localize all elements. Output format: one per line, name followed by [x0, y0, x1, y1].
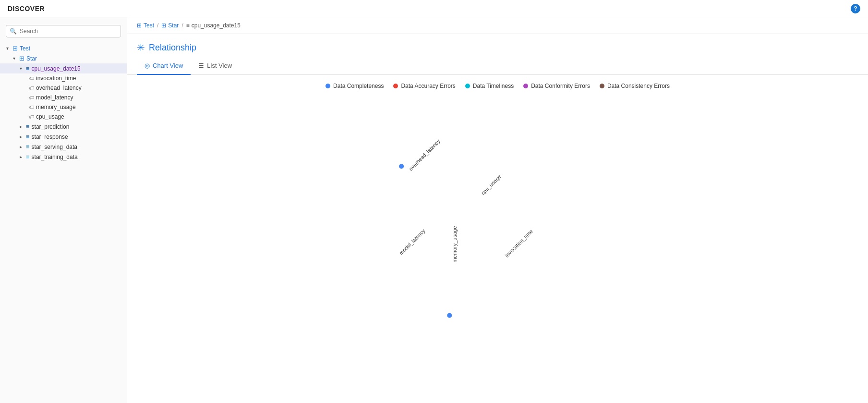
- node-label-model-latency: model_latency: [398, 228, 426, 256]
- node-dot-overhead-latency: [399, 164, 404, 169]
- app-header: DISCOVER ?: [0, 0, 868, 17]
- table-icon: ⊞: [19, 55, 24, 62]
- layers-icon: ≡: [26, 133, 30, 140]
- legend-dot: [465, 84, 470, 88]
- sidebar-item-memory-usage[interactable]: 🏷 memory_usage: [0, 102, 127, 112]
- node-label-overhead-latency: overhead_latency: [408, 138, 441, 171]
- sidebar-item-star-serving-data[interactable]: ▸ ≡ star_serving_data: [0, 142, 127, 152]
- sidebar-item-label: cpu_usage: [36, 113, 64, 120]
- tab-list-label: List View: [207, 62, 232, 69]
- layers-icon: ≡: [26, 65, 30, 72]
- search-icon: 🔍: [10, 28, 17, 35]
- main-layout: 🔍 ▾ ⊞ Test ▾ ⊞ Star ▾ ≡ cpu_usage_date15…: [0, 17, 868, 403]
- layers-icon: ≡: [26, 153, 30, 160]
- legend-dot: [393, 84, 398, 88]
- chevron-down-icon: ▾: [17, 65, 24, 72]
- tag-icon: 🏷: [29, 75, 34, 81]
- legend-label: Data Completeness: [333, 83, 384, 89]
- node-label-memory-usage: memory_usage: [452, 226, 458, 263]
- legend-label: Data Consistency Errors: [607, 83, 670, 89]
- sidebar-item-star[interactable]: ▾ ⊞ Star: [0, 53, 127, 63]
- breadcrumb-current-label: cpu_usage_date15: [192, 22, 241, 29]
- chevron-down-icon: ▾: [4, 45, 11, 52]
- list-icon: ☰: [198, 62, 204, 69]
- legend-data-timeliness: Data Timeliness: [465, 83, 514, 89]
- breadcrumb: ⊞ Test / ⊞ Star / ≡ cpu_usage_date15: [127, 17, 868, 34]
- relationship-title: Relationship: [149, 43, 196, 53]
- relationship-header: ✳ Relationship: [127, 34, 868, 57]
- legend-label: Data Timeliness: [473, 83, 514, 89]
- sidebar-item-invocation-time[interactable]: 🏷 invocation_time: [0, 73, 127, 83]
- search-wrapper: 🔍: [6, 25, 121, 37]
- tabs-bar: ◎ Chart View ☰ List View: [127, 57, 868, 75]
- tab-chart-label: Chart View: [153, 62, 183, 69]
- layers-icon: ≡: [26, 123, 30, 130]
- sidebar-item-label: star_prediction: [32, 123, 70, 130]
- sidebar-item-cpu-usage[interactable]: 🏷 cpu_usage: [0, 112, 127, 122]
- sidebar-item-label: overhead_latency: [36, 85, 82, 91]
- sidebar-item-test[interactable]: ▾ ⊞ Test: [0, 43, 127, 53]
- node-label-cpu-usage: cpu_usage: [480, 173, 502, 196]
- legend-label: Data Accuracy Errors: [401, 83, 455, 89]
- sidebar-item-label: Star: [26, 55, 37, 62]
- sidebar-item-star-response[interactable]: ▸ ≡ star_response: [0, 132, 127, 142]
- sidebar-item-label: star_serving_data: [32, 144, 77, 150]
- breadcrumb-separator: /: [181, 22, 183, 29]
- tab-list-view[interactable]: ☰ List View: [191, 57, 240, 75]
- sidebar-item-label: memory_usage: [36, 104, 76, 110]
- sidebar-item-label: star_training_data: [32, 154, 78, 160]
- layers-icon: ≡: [26, 143, 30, 150]
- app-title: DISCOVER: [8, 5, 45, 12]
- breadcrumb-current: ≡ cpu_usage_date15: [186, 22, 241, 29]
- sidebar-item-label: model_latency: [36, 94, 73, 101]
- chart-legend: Data Completeness Data Accuracy Errors D…: [127, 75, 868, 93]
- sidebar-item-star-training-data[interactable]: ▸ ≡ star_training_data: [0, 152, 127, 162]
- chevron-right-icon: ▸: [17, 134, 24, 140]
- sidebar-item-label: cpu_usage_date15: [32, 65, 81, 72]
- help-button[interactable]: ?: [851, 4, 860, 13]
- chart-icon: ◎: [145, 62, 150, 69]
- search-input[interactable]: [6, 25, 121, 37]
- table-icon: ⊞: [137, 22, 142, 29]
- legend-data-accuracy-errors: Data Accuracy Errors: [393, 83, 455, 89]
- chevron-right-icon: ▸: [17, 123, 24, 130]
- sidebar: 🔍 ▾ ⊞ Test ▾ ⊞ Star ▾ ≡ cpu_usage_date15…: [0, 17, 127, 403]
- node-dot-memory-usage: [447, 313, 452, 318]
- sidebar-item-overhead-latency[interactable]: 🏷 overhead_latency: [0, 83, 127, 93]
- table-icon: ⊞: [161, 22, 166, 29]
- tag-icon: 🏷: [29, 95, 34, 100]
- chevron-right-icon: ▸: [17, 144, 24, 150]
- chevron-down-icon: ▾: [11, 55, 17, 62]
- node-label-invocation-time: invocation_time: [504, 228, 534, 258]
- asterisk-icon: ✳: [137, 42, 145, 53]
- breadcrumb-separator: /: [157, 22, 158, 29]
- legend-dot: [326, 84, 330, 88]
- content-area: ⊞ Test / ⊞ Star / ≡ cpu_usage_date15 ✳ R…: [127, 17, 868, 403]
- tag-icon: 🏷: [29, 85, 34, 91]
- breadcrumb-star[interactable]: ⊞ Star: [161, 22, 179, 29]
- legend-data-consistency-errors: Data Consistency Errors: [600, 83, 670, 89]
- legend-dot: [523, 84, 528, 88]
- tab-chart-view[interactable]: ◎ Chart View: [137, 57, 191, 75]
- chevron-right-icon: ▸: [17, 154, 24, 160]
- table-icon: ⊞: [12, 45, 18, 52]
- breadcrumb-test[interactable]: ⊞ Test: [137, 22, 154, 29]
- tag-icon: 🏷: [29, 104, 34, 110]
- sidebar-item-cpu-usage-date15[interactable]: ▾ ≡ cpu_usage_date15: [0, 63, 127, 73]
- relationship-chart: overhead_latency cpu_usage model_latency…: [127, 93, 868, 403]
- breadcrumb-test-label: Test: [144, 22, 154, 29]
- legend-label: Data Conformity Errors: [531, 83, 590, 89]
- sidebar-item-label: Test: [20, 45, 30, 52]
- layers-icon: ≡: [186, 22, 190, 29]
- legend-data-completeness: Data Completeness: [326, 83, 384, 89]
- legend-dot: [600, 84, 604, 88]
- chart-canvas: overhead_latency cpu_usage model_latency…: [127, 93, 868, 403]
- sidebar-item-label: invocation_time: [36, 75, 76, 82]
- tag-icon: 🏷: [29, 114, 34, 120]
- legend-data-conformity-errors: Data Conformity Errors: [523, 83, 590, 89]
- sidebar-item-model-latency[interactable]: 🏷 model_latency: [0, 93, 127, 102]
- sidebar-item-label: star_response: [32, 134, 68, 140]
- breadcrumb-star-label: Star: [168, 22, 179, 29]
- sidebar-item-star-prediction[interactable]: ▸ ≡ star_prediction: [0, 122, 127, 132]
